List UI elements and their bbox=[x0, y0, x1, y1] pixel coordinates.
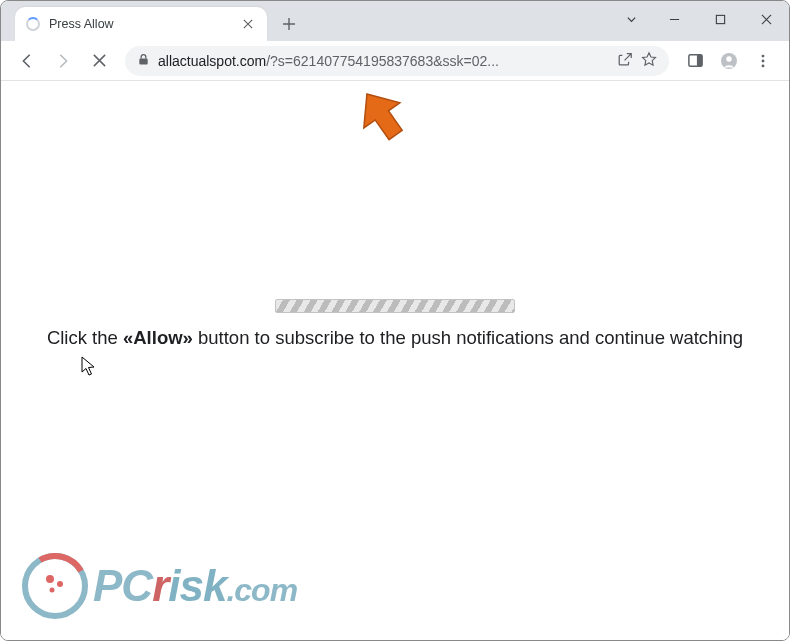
loading-bar bbox=[275, 299, 515, 313]
menu-button[interactable] bbox=[747, 46, 779, 76]
window-close-button[interactable] bbox=[743, 1, 789, 37]
svg-point-5 bbox=[726, 56, 731, 61]
text-prefix: Click the bbox=[47, 327, 123, 348]
back-button[interactable] bbox=[11, 46, 43, 76]
tab-title: Press Allow bbox=[49, 17, 231, 31]
browser-tab[interactable]: Press Allow bbox=[15, 7, 267, 41]
svg-point-12 bbox=[57, 581, 63, 587]
pcrisk-watermark: PCrisk.com bbox=[19, 550, 297, 622]
tab-close-button[interactable] bbox=[239, 15, 257, 33]
watermark-text: PCrisk.com bbox=[93, 561, 297, 611]
svg-point-8 bbox=[762, 64, 765, 67]
profile-button[interactable] bbox=[713, 46, 745, 76]
forward-button[interactable] bbox=[47, 46, 79, 76]
watermark-logo-icon bbox=[19, 550, 91, 622]
svg-rect-3 bbox=[696, 55, 701, 66]
svg-point-13 bbox=[50, 588, 55, 593]
watermark-isk: isk bbox=[168, 561, 226, 611]
new-tab-button[interactable] bbox=[275, 10, 303, 38]
window-controls bbox=[611, 1, 789, 37]
svg-point-7 bbox=[762, 59, 765, 62]
address-bar[interactable]: allactualspot.com/?s=621407754195837683&… bbox=[125, 46, 669, 76]
bookmark-button[interactable] bbox=[641, 51, 657, 71]
share-button[interactable] bbox=[617, 51, 633, 71]
watermark-dotcom: .com bbox=[226, 572, 297, 609]
toolbar: allactualspot.com/?s=621407754195837683&… bbox=[1, 41, 789, 81]
allow-word: «Allow» bbox=[123, 327, 193, 348]
svg-point-10 bbox=[19, 550, 91, 622]
url-host: allactualspot.com bbox=[158, 53, 266, 69]
tab-search-button[interactable] bbox=[611, 1, 651, 37]
url-text: allactualspot.com/?s=621407754195837683&… bbox=[158, 53, 609, 69]
side-panel-button[interactable] bbox=[679, 46, 711, 76]
text-suffix: button to subscribe to the push notifica… bbox=[193, 327, 743, 348]
svg-point-11 bbox=[46, 575, 54, 583]
svg-point-6 bbox=[762, 54, 765, 57]
svg-rect-0 bbox=[716, 15, 724, 23]
tab-loading-icon bbox=[25, 16, 41, 32]
watermark-pc: PC bbox=[93, 561, 152, 611]
svg-rect-1 bbox=[139, 58, 147, 64]
window-maximize-button[interactable] bbox=[697, 1, 743, 37]
stop-button[interactable] bbox=[83, 46, 115, 76]
url-path: /?s=621407754195837683&ssk=02... bbox=[266, 53, 499, 69]
instruction-text: Click the «Allow» button to subscribe to… bbox=[33, 327, 757, 349]
lock-icon bbox=[137, 52, 150, 70]
window-minimize-button[interactable] bbox=[651, 1, 697, 37]
watermark-r: r bbox=[152, 561, 168, 611]
titlebar: Press Allow bbox=[1, 1, 789, 41]
